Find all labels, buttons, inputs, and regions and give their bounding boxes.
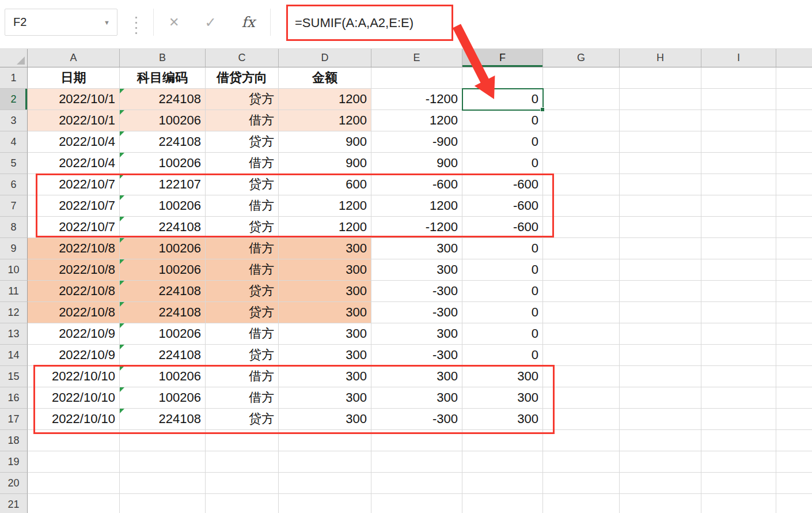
cell-C19[interactable] — [206, 451, 279, 473]
cell-G21[interactable] — [543, 494, 620, 513]
cell-D9[interactable]: 300 — [279, 238, 371, 259]
cell-B20[interactable] — [120, 473, 206, 494]
cell-I14[interactable] — [701, 345, 776, 366]
cell-G20[interactable] — [543, 473, 620, 494]
row-header-11[interactable]: 11 — [0, 281, 28, 302]
cell-D2[interactable]: 1200 — [279, 89, 371, 110]
row-header-3[interactable]: 3 — [0, 110, 28, 131]
cell-G12[interactable] — [543, 302, 620, 323]
cell-A8[interactable]: 2022/10/7 — [28, 217, 120, 238]
cell-F9[interactable]: 0 — [462, 238, 543, 259]
cell-B10[interactable]: 100206 — [120, 259, 206, 281]
cell-F16[interactable]: 300 — [462, 387, 543, 409]
cell-C13[interactable]: 借方 — [206, 323, 279, 345]
cell-I2[interactable] — [701, 89, 776, 110]
cell-G15[interactable] — [543, 366, 620, 387]
cell-G19[interactable] — [543, 451, 620, 473]
cell-F3[interactable]: 0 — [462, 110, 543, 131]
cell-H6[interactable] — [620, 174, 701, 195]
cell-C20[interactable] — [206, 473, 279, 494]
cell-D6[interactable]: 600 — [279, 174, 371, 195]
enter-icon[interactable]: ✓ — [204, 14, 216, 31]
cell-E13[interactable]: 300 — [371, 323, 462, 345]
column-header-D[interactable]: D — [279, 49, 371, 67]
cell-F13[interactable]: 0 — [462, 323, 543, 345]
cell-I3[interactable] — [701, 110, 776, 131]
cell-H16[interactable] — [620, 387, 701, 409]
cell-B19[interactable] — [120, 451, 206, 473]
cell-F7[interactable]: -600 — [462, 195, 543, 217]
cell-H17[interactable] — [620, 409, 701, 430]
cell-B18[interactable] — [120, 430, 206, 451]
cell-G18[interactable] — [543, 430, 620, 451]
cell-H21[interactable] — [620, 494, 701, 513]
cell-E14[interactable]: -300 — [371, 345, 462, 366]
row-header-1[interactable]: 1 — [0, 67, 28, 89]
cell-D14[interactable]: 300 — [279, 345, 371, 366]
select-all-corner[interactable] — [0, 49, 28, 67]
cell-D15[interactable]: 300 — [279, 366, 371, 387]
cell-H12[interactable] — [620, 302, 701, 323]
row-header-12[interactable]: 12 — [0, 302, 28, 323]
cell-H20[interactable] — [620, 473, 701, 494]
cell-D18[interactable] — [279, 430, 371, 451]
cell-F11[interactable]: 0 — [462, 281, 543, 302]
cell-H19[interactable] — [620, 451, 701, 473]
fill-handle[interactable] — [540, 107, 545, 112]
cell-F17[interactable]: 300 — [462, 409, 543, 430]
column-header-E[interactable]: E — [371, 49, 462, 67]
cell-G14[interactable] — [543, 345, 620, 366]
cell-E5[interactable]: 900 — [371, 153, 462, 174]
cell-E4[interactable]: -900 — [371, 131, 462, 153]
cell-E16[interactable]: 300 — [371, 387, 462, 409]
cell-E3[interactable]: 1200 — [371, 110, 462, 131]
cell-A7[interactable]: 2022/10/7 — [28, 195, 120, 217]
cell-C8[interactable]: 贷方 — [206, 217, 279, 238]
cell-I19[interactable] — [701, 451, 776, 473]
cell-H18[interactable] — [620, 430, 701, 451]
cell-E10[interactable]: 300 — [371, 259, 462, 281]
column-header-B[interactable]: B — [120, 49, 206, 67]
row-header-2[interactable]: 2 — [0, 89, 28, 110]
column-header-H[interactable]: H — [620, 49, 701, 67]
cell-E12[interactable]: -300 — [371, 302, 462, 323]
cell-H9[interactable] — [620, 238, 701, 259]
cell-H10[interactable] — [620, 259, 701, 281]
cell-E18[interactable] — [371, 430, 462, 451]
cell-B11[interactable]: 224108 — [120, 281, 206, 302]
cell-I18[interactable] — [701, 430, 776, 451]
cell-C7[interactable]: 借方 — [206, 195, 279, 217]
row-header-6[interactable]: 6 — [0, 174, 28, 195]
cell-F1[interactable] — [462, 67, 543, 89]
cell-G3[interactable] — [543, 110, 620, 131]
cell-G9[interactable] — [543, 238, 620, 259]
insert-function-icon[interactable]: fx — [242, 14, 255, 31]
cell-G6[interactable] — [543, 174, 620, 195]
column-header-A[interactable]: A — [28, 49, 120, 67]
cell-B4[interactable]: 224108 — [120, 131, 206, 153]
cell-F20[interactable] — [462, 473, 543, 494]
cell-C14[interactable]: 贷方 — [206, 345, 279, 366]
row-header-16[interactable]: 16 — [0, 387, 28, 409]
cell-E6[interactable]: -600 — [371, 174, 462, 195]
cell-E11[interactable]: -300 — [371, 281, 462, 302]
cell-D12[interactable]: 300 — [279, 302, 371, 323]
cell-E17[interactable]: -300 — [371, 409, 462, 430]
cell-A17[interactable]: 2022/10/10 — [28, 409, 120, 430]
cell-D4[interactable]: 900 — [279, 131, 371, 153]
row-header-20[interactable]: 20 — [0, 473, 28, 494]
cell-C9[interactable]: 借方 — [206, 238, 279, 259]
cell-H13[interactable] — [620, 323, 701, 345]
cell-G16[interactable] — [543, 387, 620, 409]
cell-C12[interactable]: 贷方 — [206, 302, 279, 323]
cell-F8[interactable]: -600 — [462, 217, 543, 238]
cell-E9[interactable]: 300 — [371, 238, 462, 259]
cell-F10[interactable]: 0 — [462, 259, 543, 281]
cell-I12[interactable] — [701, 302, 776, 323]
cell-A12[interactable]: 2022/10/8 — [28, 302, 120, 323]
cell-C17[interactable]: 贷方 — [206, 409, 279, 430]
cell-A21[interactable] — [28, 494, 120, 513]
cell-I4[interactable] — [701, 131, 776, 153]
cell-D20[interactable] — [279, 473, 371, 494]
cell-I5[interactable] — [701, 153, 776, 174]
